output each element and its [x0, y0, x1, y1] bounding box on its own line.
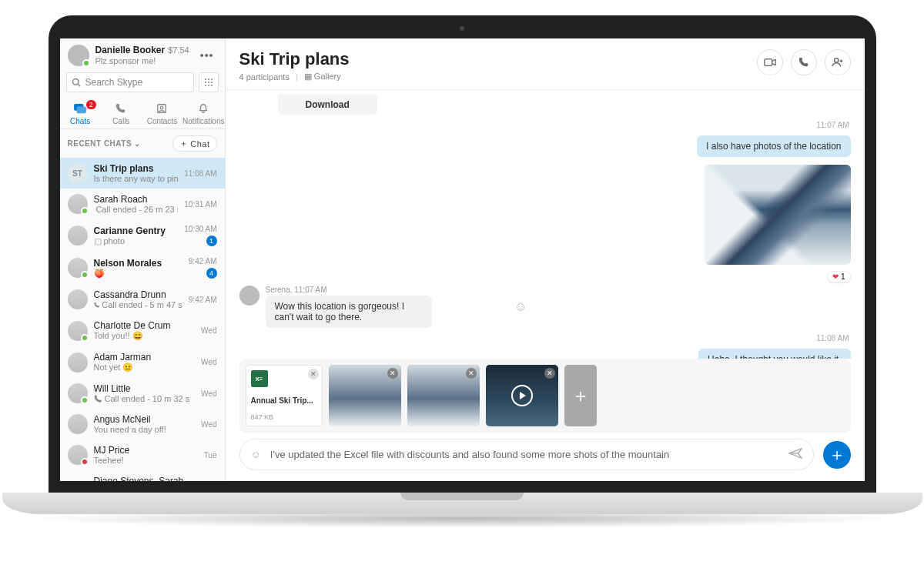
chat-avatar	[68, 445, 88, 465]
react-icon[interactable]: ☺	[514, 300, 527, 314]
tab-contacts[interactable]: Contacts	[142, 99, 182, 129]
tab-calls[interactable]: Calls	[101, 99, 142, 129]
sidebar: Danielle Booker$7.54 Plz sponsor me! •••…	[60, 38, 226, 481]
svg-point-4	[211, 79, 213, 80]
more-icon[interactable]: •••	[197, 46, 217, 65]
tab-notifications[interactable]: Notifications	[182, 99, 224, 129]
download-button[interactable]: Download	[278, 95, 377, 115]
conversation-title: Ski Trip plans	[239, 49, 350, 69]
profile-header[interactable]: Danielle Booker$7.54 Plz sponsor me! •••	[60, 38, 225, 72]
attachment-tray: ✕ X≡ Annual Ski Trip... 847 KB ✕ ✕ ✕ ＋	[239, 359, 851, 433]
svg-point-16	[834, 58, 838, 62]
chat-item-preview: 🍑	[94, 269, 182, 279]
audio-call-button[interactable]	[791, 49, 817, 75]
svg-rect-15	[764, 59, 772, 66]
search-input[interactable]: Search Skype	[66, 72, 194, 92]
tab-chats[interactable]: 2 Chats	[60, 99, 101, 129]
attachment-file-size: 847 KB	[251, 413, 317, 421]
chevron-down-icon: ⌄	[134, 139, 141, 148]
chat-item-time: Tue	[204, 451, 217, 459]
emoji-icon[interactable]: ☺	[251, 449, 261, 460]
svg-point-10	[211, 85, 213, 86]
search-icon	[72, 78, 81, 87]
chat-item-preview: Is there any way to pin these ...	[94, 174, 179, 183]
timestamp: 11:08 AM	[241, 334, 849, 342]
reaction-badge[interactable]: ❤1	[827, 271, 851, 282]
search-placeholder: Search Skype	[85, 77, 143, 88]
chat-item-preview: Call ended - 26 m 23 s	[94, 205, 179, 214]
svg-point-3	[208, 79, 209, 80]
attachment-image[interactable]: ✕	[329, 365, 401, 426]
chat-item-name: Nelson Morales	[94, 258, 182, 269]
message-photo[interactable]	[705, 165, 851, 265]
unread-badge: 1	[206, 236, 217, 246]
attachment-file[interactable]: ✕ X≡ Annual Ski Trip... 847 KB	[246, 365, 323, 426]
chat-item-time: Wed	[201, 358, 216, 366]
add-attachment-button[interactable]: ＋	[564, 365, 597, 426]
chat-item-preview: Not yet 😐	[94, 363, 196, 373]
svg-point-7	[211, 82, 213, 83]
chats-badge: 2	[86, 100, 96, 109]
chat-item-name: Diane Stevens, Sarah Roach	[94, 476, 198, 481]
chat-avatar	[68, 289, 88, 309]
chat-list-item[interactable]: Will Little Call ended - 10 m 32 s Wed	[60, 378, 225, 409]
chat-avatar	[68, 321, 88, 341]
profile-name: Danielle Booker	[95, 45, 166, 55]
chat-item-time: 9:42 AM	[189, 296, 217, 304]
send-icon[interactable]	[788, 447, 802, 462]
attachment-video[interactable]: ✕	[486, 365, 558, 426]
heart-icon: ❤	[832, 272, 839, 281]
chat-list-item[interactable]: Adam Jarman Not yet 😐 Wed	[60, 346, 225, 378]
dialpad-button[interactable]	[199, 72, 219, 92]
chat-list-item[interactable]: ST Ski Trip plans Is there any way to pi…	[60, 158, 225, 189]
message-input[interactable]: ☺ I've updated the Excel file with disco…	[239, 439, 814, 470]
remove-attachment-icon[interactable]: ✕	[387, 368, 398, 379]
call-icon	[94, 301, 100, 309]
gallery-link[interactable]: ▦ Gallery	[304, 72, 341, 82]
chat-list-item[interactable]: MJ Price Teehee! Tue	[60, 439, 225, 470]
chat-item-name: Sarah Roach	[94, 194, 179, 205]
chat-list-item[interactable]: Carianne Gentry ▢photo 10:30 AM1	[60, 219, 225, 252]
profile-credit: $7.54	[168, 45, 189, 55]
chat-list-item[interactable]: Sarah Roach Call ended - 26 m 23 s 10:31…	[60, 189, 225, 219]
chat-list-item[interactable]: Angus McNeil You need a day off! Wed	[60, 409, 225, 439]
sender-avatar[interactable]	[239, 286, 259, 306]
call-icon	[94, 395, 102, 403]
bell-icon	[182, 103, 224, 115]
chat-list-item[interactable]: Cassandra Drunn Call ended - 5 m 47 s 9:…	[60, 284, 225, 315]
chat-item-preview: Teehee!	[94, 456, 198, 465]
phone-icon	[798, 57, 809, 68]
add-participant-button[interactable]	[825, 49, 851, 75]
svg-point-5	[205, 82, 206, 83]
attachment-image[interactable]: ✕	[407, 365, 480, 426]
chat-avatar	[68, 226, 88, 246]
chat-list-item[interactable]: Charlotte De Crum Told you!! 😄 Wed	[60, 315, 225, 346]
chat-item-time: Wed	[201, 326, 216, 335]
chat-list-item[interactable]: DS Diane Stevens, Sarah Roach 🗎Meeting m…	[60, 470, 225, 481]
remove-attachment-icon[interactable]: ✕	[308, 369, 319, 379]
chat-item-name: Adam Jarman	[94, 352, 196, 363]
chat-item-preview: ▢photo	[94, 236, 179, 246]
timestamp: 11:07 AM	[241, 121, 849, 129]
chat-avatar	[68, 383, 88, 403]
svg-line-1	[78, 84, 80, 86]
svg-point-14	[161, 106, 164, 109]
chat-item-name: MJ Price	[94, 445, 198, 456]
sender-label: Serena, 11:07 AM	[266, 286, 504, 294]
chat-item-name: Ski Trip plans	[94, 163, 179, 174]
chat-item-name: Angus McNeil	[94, 414, 196, 425]
new-chat-button[interactable]: ＋ Chat	[172, 135, 217, 152]
remove-attachment-icon[interactable]: ✕	[544, 368, 555, 379]
svg-point-6	[208, 82, 209, 83]
chat-item-time: 10:30 AM1	[184, 225, 216, 246]
participants-count[interactable]: 4 participants	[239, 72, 290, 82]
remove-attachment-icon[interactable]: ✕	[466, 368, 477, 379]
chat-list-item[interactable]: Nelson Morales 🍑 9:42 AM4	[60, 252, 225, 284]
send-button[interactable]: ＋	[823, 441, 851, 469]
chat-item-time: Wed	[201, 420, 216, 429]
chat-item-preview: Told you!! 😄	[94, 331, 196, 341]
video-call-button[interactable]	[757, 49, 783, 75]
laptop-camera	[460, 26, 464, 31]
chat-item-preview: Call ended - 5 m 47 s	[94, 300, 182, 309]
profile-avatar	[68, 45, 89, 66]
